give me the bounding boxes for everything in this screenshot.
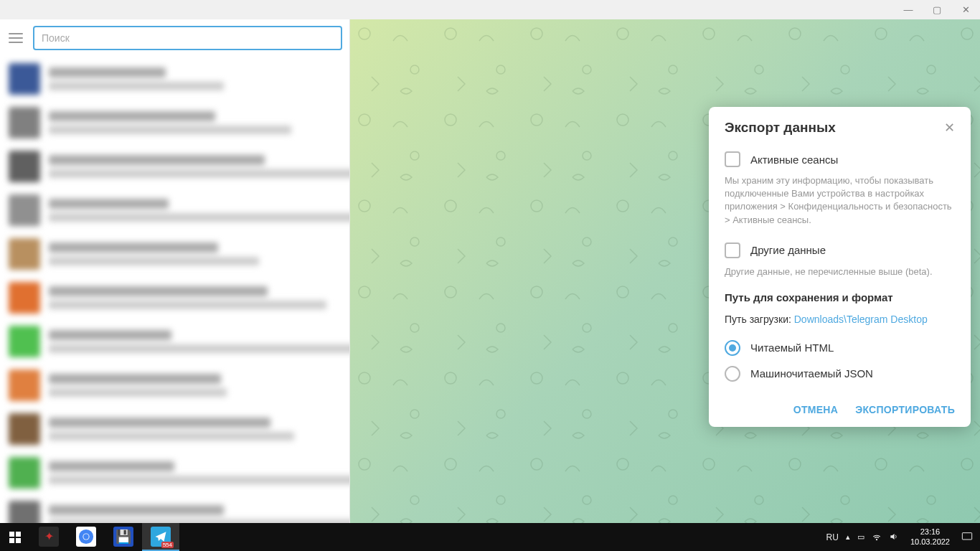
chat-avatar <box>9 413 40 445</box>
chat-list-item[interactable] <box>0 363 349 407</box>
chat-list-item[interactable] <box>0 494 349 523</box>
chat-avatar <box>9 151 40 182</box>
svg-rect-3 <box>9 532 14 537</box>
svg-rect-5 <box>9 538 14 543</box>
radio-icon[interactable] <box>725 340 740 356</box>
chat-info <box>49 67 341 90</box>
chat-avatar <box>9 107 40 138</box>
svg-point-9 <box>83 534 88 539</box>
chat-info <box>49 155 341 178</box>
chat-avatar <box>9 501 40 524</box>
chat-avatar <box>9 457 40 489</box>
chat-list[interactable] <box>0 57 349 523</box>
chat-list-item[interactable] <box>0 188 349 232</box>
window-maximize-button[interactable]: ▢ <box>923 0 951 19</box>
taskbar-app-save[interactable]: 💾 <box>105 523 142 551</box>
download-path-link[interactable]: Downloads\Telegram Desktop <box>794 314 928 325</box>
chat-info <box>49 111 341 134</box>
dialog-title: Экспорт данных <box>725 120 836 136</box>
chat-info <box>49 330 341 353</box>
chat-avatar <box>9 238 40 270</box>
chat-list-item[interactable] <box>0 144 349 188</box>
taskbar-app-puzzle[interactable]: ✦ <box>30 523 67 551</box>
chat-list-item[interactable] <box>0 407 349 451</box>
svg-rect-11 <box>962 532 971 539</box>
export-button[interactable]: ЭКСПОРТИРОВАТЬ <box>855 404 955 415</box>
sidebar <box>0 19 350 523</box>
active-sessions-label: Активные сеансы <box>750 154 838 166</box>
tray-volume-icon[interactable] <box>889 532 899 543</box>
svg-point-10 <box>876 539 877 540</box>
format-html-label: Читаемый HTML <box>750 342 834 354</box>
dialog-close-button[interactable]: ✕ <box>942 121 956 135</box>
chat-avatar <box>9 369 40 401</box>
taskbar: ✦ 💾 554 RU ▴ ▭ 23:16 10.03.2022 <box>0 523 980 551</box>
taskbar-app-telegram[interactable]: 554 <box>142 523 179 551</box>
format-html-option[interactable]: Читаемый HTML <box>725 335 955 361</box>
tray-notifications-icon[interactable] <box>961 532 973 543</box>
chat-info <box>49 242 341 265</box>
checkbox-icon[interactable] <box>725 242 740 258</box>
other-data-option[interactable]: Другие данные <box>725 237 955 263</box>
export-dialog: Экспорт данных ✕ Активные сеансы Мы хран… <box>709 107 971 427</box>
format-json-label: Машиночитаемый JSON <box>750 367 873 380</box>
search-input[interactable] <box>33 26 342 50</box>
chat-list-item[interactable] <box>0 319 349 363</box>
window-minimize-button[interactable]: — <box>894 0 923 19</box>
tray-date: 10.03.2022 <box>910 537 950 547</box>
chat-list-item[interactable] <box>0 232 349 276</box>
cancel-button[interactable]: ОТМЕНА <box>793 404 838 415</box>
svg-rect-6 <box>16 538 21 543</box>
taskbar-app-chrome[interactable] <box>67 523 105 551</box>
chat-info <box>49 461 341 484</box>
format-json-option[interactable]: Машиночитаемый JSON <box>725 361 955 387</box>
chat-avatar <box>9 63 40 95</box>
checkbox-icon[interactable] <box>725 151 740 167</box>
tray-clock[interactable]: 23:16 10.03.2022 <box>906 527 954 546</box>
menu-button[interactable] <box>7 29 24 47</box>
window-titlebar: — ▢ ✕ <box>0 0 980 19</box>
chat-info <box>49 374 341 397</box>
tray-language[interactable]: RU <box>826 532 839 542</box>
window-close-button[interactable]: ✕ <box>951 0 980 19</box>
chat-avatar <box>9 326 40 357</box>
other-data-label: Другие данные <box>750 244 826 256</box>
chat-info <box>49 505 341 524</box>
path-format-section-title: Путь для сохранения и формат <box>725 291 955 303</box>
tray-time: 23:16 <box>910 527 950 537</box>
start-button[interactable] <box>0 523 30 551</box>
badge: 554 <box>161 542 174 548</box>
radio-icon[interactable] <box>725 366 740 382</box>
active-sessions-description: Мы храним эту информацию, чтобы показыва… <box>725 174 955 227</box>
chat-list-item[interactable] <box>0 100 349 144</box>
svg-rect-4 <box>16 532 21 537</box>
chat-avatar <box>9 194 40 226</box>
chat-list-item[interactable] <box>0 451 349 494</box>
chat-info <box>49 286 341 309</box>
tray-wifi-icon[interactable] <box>872 532 882 543</box>
chat-info <box>49 199 341 222</box>
chat-list-item[interactable] <box>0 57 349 100</box>
download-path-label: Путь загрузки: <box>725 314 794 325</box>
download-path-row: Путь загрузки: Downloads\Telegram Deskto… <box>725 314 955 325</box>
tray-battery-icon[interactable]: ▭ <box>857 532 864 542</box>
main-area: , кому хотели бы написать Экспорт данных… <box>350 19 980 523</box>
other-data-description: Другие данные, не перечисленные выше (be… <box>725 265 955 278</box>
tray-chevron-icon[interactable]: ▴ <box>846 532 850 542</box>
chat-info <box>49 418 341 441</box>
active-sessions-option[interactable]: Активные сеансы <box>725 146 955 171</box>
chat-avatar <box>9 282 40 314</box>
chat-list-item[interactable] <box>0 276 349 319</box>
